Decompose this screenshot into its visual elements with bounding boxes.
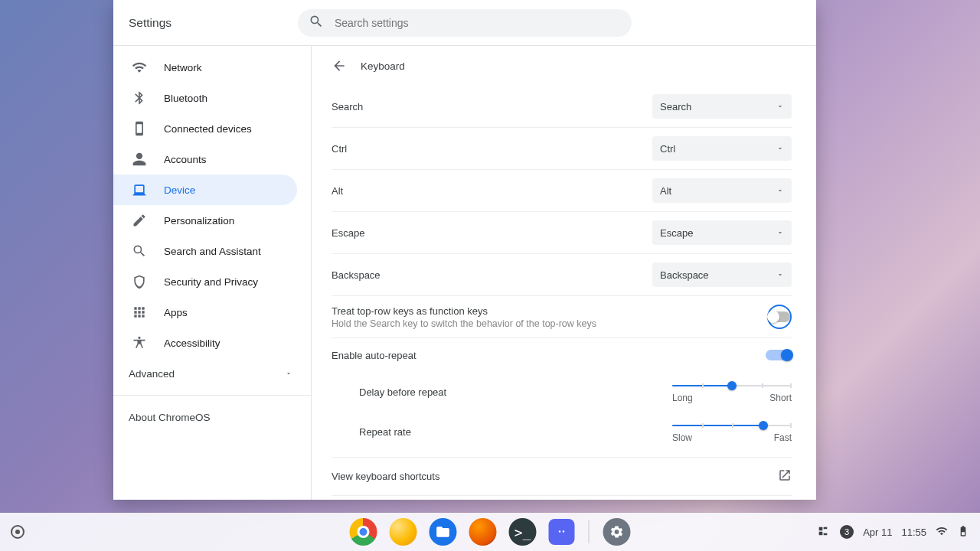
open-external-icon [778, 468, 792, 485]
discord-icon[interactable] [549, 519, 575, 545]
backspace-key-select[interactable]: Backspace [652, 262, 792, 287]
launcher-button[interactable] [11, 525, 24, 539]
page-header: Keyboard [332, 46, 792, 86]
chevron-down-icon [776, 101, 784, 112]
row-auto-repeat: Enable auto-repeat [332, 338, 792, 372]
escape-key-select[interactable]: Escape [652, 220, 792, 245]
status-area[interactable]: 3 Apr 11 11:55 [817, 525, 969, 540]
wifi-icon [132, 60, 147, 75]
autorepeat-toggle[interactable] [766, 350, 792, 360]
row-view-shortcuts[interactable]: View keyboard shortcuts [332, 457, 792, 495]
app-title: Settings [129, 16, 172, 30]
slider-label-right: Fast [774, 432, 792, 443]
row-alt-key: Alt Alt [332, 170, 792, 212]
row-label: Repeat rate [359, 426, 411, 438]
terminal-icon[interactable]: >_ [509, 518, 537, 546]
back-button[interactable] [332, 58, 347, 73]
holding-space-icon[interactable] [817, 525, 831, 539]
row-search-key: Search Search [332, 86, 792, 128]
select-value: Alt [660, 185, 671, 197]
sidebar-item-connected-devices[interactable]: Connected devices [113, 113, 297, 144]
toprow-toggle[interactable] [769, 311, 790, 322]
row-backspace-key: Backspace Backspace [332, 254, 792, 296]
content-area: Keyboard Search Search Ctrl Ctrl Alt [312, 46, 816, 500]
row-delay: Delay before repeat Long Short [332, 372, 792, 412]
status-date: Apr 11 [863, 527, 892, 538]
search-key-select[interactable]: Search [652, 94, 792, 119]
row-label: View keyboard shortcuts [332, 471, 439, 482]
sidebar: Network Bluetooth Connected devices Acco… [113, 46, 312, 500]
window-body: Network Bluetooth Connected devices Acco… [113, 46, 816, 500]
bluetooth-icon [132, 90, 147, 106]
row-label: Escape [332, 227, 364, 239]
shield-icon [132, 274, 147, 289]
chevron-down-icon [285, 368, 292, 380]
sidebar-item-bluetooth[interactable]: Bluetooth [113, 83, 297, 113]
settings-window: Settings Network Bluetooth Connected dev… [113, 0, 816, 500]
sidebar-item-label: Security and Privacy [164, 276, 258, 288]
sidebar-item-label: Device [164, 184, 195, 196]
phone-icon [132, 121, 147, 136]
laptop-icon [132, 182, 147, 197]
slider-label-left: Slow [672, 432, 692, 443]
sidebar-item-label: Bluetooth [164, 93, 207, 104]
sidebar-item-search-assistant[interactable]: Search and Assistant [113, 236, 297, 266]
search-icon [309, 14, 324, 32]
row-change-input[interactable]: Change input settings [332, 495, 792, 500]
sidebar-item-label: Connected devices [164, 123, 252, 135]
slider-label-right: Short [769, 393, 792, 403]
chevron-down-icon [776, 185, 784, 197]
edit-icon [132, 213, 147, 228]
ctrl-key-select[interactable]: Ctrl [652, 136, 792, 161]
files-icon[interactable] [430, 518, 457, 546]
row-rate: Repeat rate Slow Fast [332, 412, 792, 457]
chrome-icon[interactable] [350, 518, 377, 546]
chrome-canary-icon[interactable] [390, 518, 417, 546]
shelf-apps: >_ [350, 518, 631, 546]
select-value: Ctrl [660, 143, 675, 155]
shelf: >_ 3 Apr 11 11:55 [0, 513, 980, 551]
sidebar-item-device[interactable]: Device [113, 174, 297, 205]
delay-slider[interactable]: Long Short [672, 380, 792, 403]
row-label: Ctrl [332, 143, 347, 155]
row-ctrl-key: Ctrl Ctrl [332, 128, 792, 170]
row-text: Treat top-row keys as function keys Hold… [332, 305, 596, 329]
sidebar-item-apps[interactable]: Apps [113, 297, 297, 328]
rate-slider[interactable]: Slow Fast [672, 420, 792, 443]
row-label: Delay before repeat [359, 386, 446, 398]
row-sublabel: Hold the Search key to switch the behavi… [332, 318, 596, 329]
sidebar-item-security-privacy[interactable]: Security and Privacy [113, 266, 297, 297]
page-title: Keyboard [361, 60, 405, 72]
toggle-focus-ring [767, 305, 792, 329]
sidebar-advanced[interactable]: Advanced [113, 358, 311, 389]
sidebar-item-label: Search and Assistant [164, 246, 261, 257]
row-label: Treat top-row keys as function keys [332, 305, 596, 317]
select-value: Backspace [660, 269, 709, 281]
row-toprow-function: Treat top-row keys as function keys Hold… [332, 296, 792, 338]
notification-badge[interactable]: 3 [840, 525, 854, 539]
firefox-icon[interactable] [469, 518, 497, 546]
apps-icon [132, 305, 147, 320]
settings-app-icon[interactable] [603, 518, 631, 546]
about-label: About ChromeOS [129, 412, 211, 423]
chevron-down-icon [776, 227, 784, 239]
row-label: Alt [332, 185, 343, 197]
slider-label-left: Long [672, 393, 693, 403]
row-label: Backspace [332, 269, 381, 281]
sidebar-divider [113, 395, 311, 396]
sidebar-item-label: Accessibility [164, 337, 220, 349]
select-value: Search [660, 101, 691, 112]
sidebar-item-label: Network [164, 62, 202, 73]
sidebar-item-network[interactable]: Network [113, 52, 297, 83]
search-input[interactable] [335, 17, 621, 29]
sidebar-item-label: Accounts [164, 154, 207, 165]
alt-key-select[interactable]: Alt [652, 178, 792, 203]
sidebar-item-personalization[interactable]: Personalization [113, 205, 297, 236]
search-field[interactable] [298, 9, 632, 37]
sidebar-item-accounts[interactable]: Accounts [113, 144, 297, 174]
sidebar-item-accessibility[interactable]: Accessibility [113, 328, 297, 358]
accessibility-icon [132, 335, 147, 350]
row-label: Search [332, 101, 363, 112]
chevron-down-icon [776, 143, 784, 155]
sidebar-about[interactable]: About ChromeOS [113, 402, 311, 432]
